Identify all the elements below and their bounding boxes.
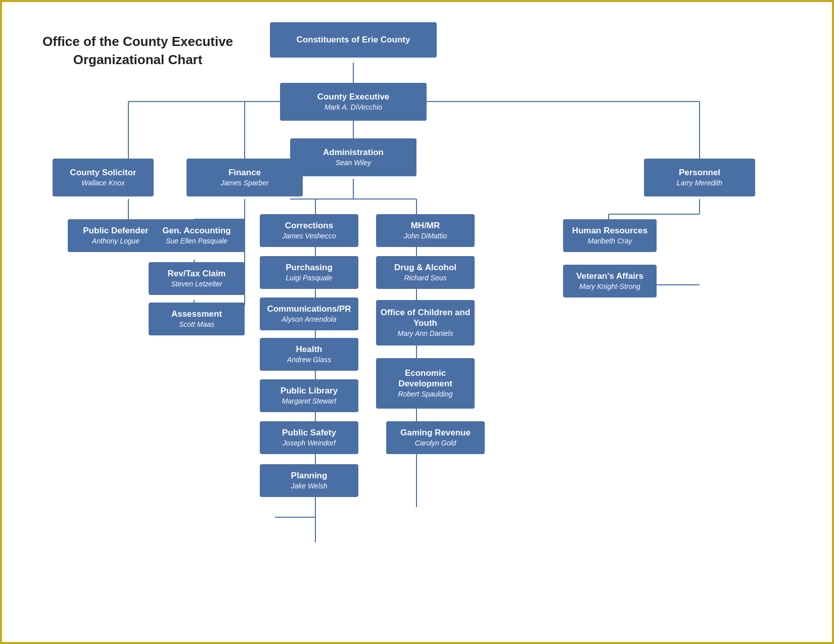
node-mh-mr: MH/MR John DiMattio xyxy=(376,214,475,247)
node-gen-accounting: Gen. Accounting Sue Ellen Pasquale xyxy=(149,219,245,252)
node-public-safety: Public Safety Joseph Weindorf xyxy=(260,421,358,454)
node-economic-development: Economic Development Robert Spaulding xyxy=(376,358,475,409)
node-communications: Communications/PR Alyson Amendola xyxy=(260,298,358,330)
node-corrections: Corrections James Veshecco xyxy=(260,214,358,247)
node-veterans-affairs: Veteran's Affairs Mary Knight-Strong xyxy=(563,265,657,298)
node-drug-alcohol: Drug & Alcohol Richard Seus xyxy=(376,256,475,289)
node-human-resources: Human Resources Maribeth Cray xyxy=(563,219,657,252)
node-county-solicitor: County Solicitor Wallace Knox xyxy=(53,159,154,196)
org-chart-page: Office of the County Executive Organizat… xyxy=(2,2,832,642)
node-planning: Planning Jake Welsh xyxy=(260,464,358,497)
node-finance: Finance James Sparber xyxy=(187,159,303,196)
node-county-exec: County Executive Mark A. DiVecchio xyxy=(280,83,427,121)
node-rev-tax: Rev/Tax Claim Steven Letzelter xyxy=(149,262,245,295)
node-constituents: Constituents of Erie County xyxy=(270,22,437,58)
node-personnel: Personnel Larry Meredith xyxy=(644,159,755,196)
node-purchasing: Purchasing Luigi Pasquale xyxy=(260,256,358,289)
node-public-library: Public Library Margaret Stewart xyxy=(260,379,358,412)
node-administration: Administration Sean Wiley xyxy=(290,138,416,176)
chart-title: Office of the County Executive Organizat… xyxy=(42,32,233,69)
node-health: Health Andrew Glass xyxy=(260,338,358,371)
node-office-children-youth: Office of Children and Youth Mary Ann Da… xyxy=(376,300,475,345)
node-assessment: Assessment Scott Maas xyxy=(149,303,245,335)
node-gaming-revenue: Gaming Revenue Carolyn Gold xyxy=(386,421,485,454)
